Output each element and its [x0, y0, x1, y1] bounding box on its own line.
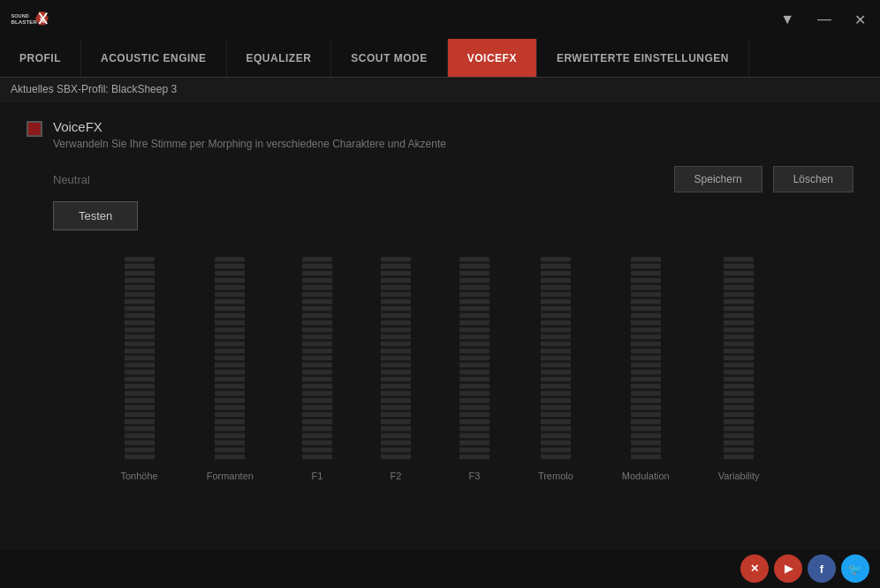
slider-col-modulation: Modulation — [622, 257, 670, 481]
slider-track-f2[interactable] — [381, 257, 411, 460]
nav-item-voicefx[interactable]: VOICEFX — [448, 39, 537, 77]
main-content: VoiceFX Verwandeln Sie Ihre Stimme per M… — [0, 102, 880, 548]
voicefx-text-area: VoiceFX Verwandeln Sie Ihre Stimme per M… — [53, 119, 446, 150]
voicefx-description: Verwandeln Sie Ihre Stimme per Morphing … — [53, 138, 446, 150]
close-window-button[interactable]: ✕ — [849, 8, 871, 32]
controls-row: Neutral Speichern Löschen — [53, 166, 853, 192]
slider-label-f3: F3 — [468, 471, 480, 481]
slider-label-formanten: Formanten — [207, 471, 254, 481]
slider-col-f1: F1 — [302, 257, 332, 481]
close-social-icon: ✕ — [750, 562, 759, 575]
delete-button[interactable]: Löschen — [773, 166, 853, 192]
nav-item-profil[interactable]: PROFIL — [0, 39, 81, 77]
nav-item-scout-mode[interactable]: SCOUT MODE — [331, 39, 447, 77]
title-controls: ▼ — ✕ — [775, 8, 871, 32]
preset-name: Neutral — [53, 173, 159, 186]
facebook-icon: f — [820, 562, 823, 576]
youtube-icon: ▶ — [785, 562, 793, 575]
nav-item-acoustic-engine[interactable]: ACOUSTIC ENGINE — [81, 39, 227, 77]
slider-label-f1: F1 — [311, 471, 322, 481]
save-button[interactable]: Speichern — [674, 166, 762, 192]
minimize-button[interactable]: — — [812, 8, 837, 31]
slider-col-tonhoehe: Tonhöhe — [120, 257, 157, 481]
dropdown-button[interactable]: ▼ — [775, 8, 800, 31]
slider-col-tremolo: Tremolo — [538, 257, 573, 481]
nav-item-erweiterte[interactable]: ERWEITERTE EINSTELLUNGEN — [537, 39, 749, 77]
slider-track-f1[interactable] — [302, 257, 332, 460]
nav-bar: PROFILACOUSTIC ENGINEEQUALIZERSCOUT MODE… — [0, 39, 880, 78]
slider-track-tremolo[interactable] — [541, 257, 571, 460]
logo-area: SOUND BLASTER X — [9, 4, 53, 34]
svg-text:X: X — [39, 16, 44, 25]
slider-col-f3: F3 — [459, 257, 489, 481]
slider-col-variability: Variability — [718, 257, 760, 481]
svg-text:BLASTER: BLASTER — [11, 19, 38, 25]
twitter-icon: 🐦 — [848, 562, 862, 576]
slider-track-variability[interactable] — [724, 257, 754, 460]
testen-row: Testen — [53, 201, 853, 230]
slider-track-f3[interactable] — [459, 257, 489, 460]
youtube-button[interactable]: ▶ — [774, 554, 802, 583]
slider-label-modulation: Modulation — [622, 471, 670, 481]
slider-label-variability: Variability — [718, 471, 760, 481]
twitter-button[interactable]: 🐦 — [841, 554, 869, 583]
nav-item-equalizer[interactable]: EQUALIZER — [227, 39, 332, 77]
voicefx-checkbox[interactable] — [27, 121, 42, 137]
svg-text:SOUND: SOUND — [11, 13, 29, 19]
test-button[interactable]: Testen — [53, 201, 138, 230]
slider-label-tonhoehe: Tonhöhe — [120, 471, 157, 481]
facebook-button[interactable]: f — [808, 554, 836, 583]
slider-track-modulation[interactable] — [631, 257, 661, 460]
blasterx-logo: SOUND BLASTER X — [9, 4, 53, 34]
slider-col-f2: F2 — [381, 257, 411, 481]
voicefx-header: VoiceFX Verwandeln Sie Ihre Stimme per M… — [27, 119, 853, 150]
slider-track-tonhoehe[interactable] — [125, 257, 155, 460]
sliders-area: TonhöheFormantenF1F2F3TremoloModulationV… — [27, 257, 853, 490]
status-text: Aktuelles SBX-Profil: BlackSheep 3 — [11, 83, 177, 95]
bottom-bar: ✕ ▶ f 🐦 — [0, 549, 880, 588]
slider-label-f2: F2 — [390, 471, 401, 481]
slider-label-tremolo: Tremolo — [538, 471, 573, 481]
title-bar: SOUND BLASTER X ▼ — ✕ — [0, 0, 880, 39]
close-social-button[interactable]: ✕ — [740, 554, 769, 583]
slider-track-formanten[interactable] — [215, 257, 245, 460]
status-bar: Aktuelles SBX-Profil: BlackSheep 3 — [0, 78, 880, 102]
voicefx-title: VoiceFX — [53, 119, 446, 134]
slider-col-formanten: Formanten — [207, 257, 254, 481]
